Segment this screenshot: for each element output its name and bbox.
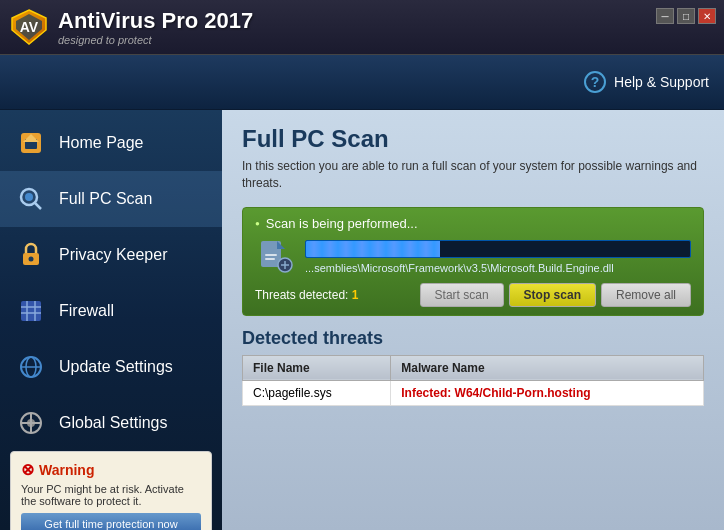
content-title: Full PC Scan (242, 125, 704, 153)
threats-table: File Name Malware Name C:\pagefile.sys I… (242, 355, 704, 406)
threats-detected-text: Threats detected: 1 (255, 288, 358, 302)
scan-status-box: ● Scan is being performed... (242, 207, 704, 316)
minimize-button[interactable]: ─ (656, 8, 674, 24)
protection-button[interactable]: Get full time protection now (21, 513, 201, 530)
col-filename: File Name (243, 355, 391, 380)
maximize-button[interactable]: □ (677, 8, 695, 24)
svg-rect-26 (265, 258, 275, 260)
warning-error-icon: ⊗ (21, 460, 34, 479)
col-malware: Malware Name (391, 355, 704, 380)
home-icon (15, 127, 47, 159)
svg-text:AV: AV (20, 19, 39, 35)
warning-title: ⊗ Warning (21, 460, 201, 479)
window-controls: ─ □ ✕ (656, 8, 716, 24)
app-logo: AV (10, 8, 48, 46)
topbar: ? Help & Support (0, 55, 724, 110)
svg-line-7 (35, 203, 41, 209)
main-layout: Home Page Full PC Scan Privacy Keepe (0, 110, 724, 530)
warning-text: Your PC might be at risk. Activate the s… (21, 483, 201, 507)
sidebar-home-label: Home Page (59, 134, 144, 152)
sidebar-item-global[interactable]: Global Settings (0, 395, 222, 451)
threat-malware: Infected: W64/Child-Porn.hosting (391, 380, 704, 405)
help-support-button[interactable]: ? Help & Support (584, 71, 709, 93)
scan-file-icon (255, 237, 295, 277)
sidebar-item-privacy[interactable]: Privacy Keeper (0, 227, 222, 283)
progress-bar-fill (306, 241, 440, 257)
global-icon (15, 407, 47, 439)
sidebar-item-firewall[interactable]: Firewall (0, 283, 222, 339)
warning-box: ⊗ Warning Your PC might be at risk. Acti… (10, 451, 212, 530)
firewall-icon (15, 295, 47, 327)
sidebar-fullscan-label: Full PC Scan (59, 190, 152, 208)
scan-details: ...semblies\Microsoft\Framework\v3.5\Mic… (305, 240, 691, 274)
sidebar: Home Page Full PC Scan Privacy Keepe (0, 110, 222, 530)
svg-rect-25 (265, 254, 277, 256)
threat-filename: C:\pagefile.sys (243, 380, 391, 405)
sidebar-firewall-label: Firewall (59, 302, 114, 320)
fullscan-icon (15, 183, 47, 215)
sidebar-item-home[interactable]: Home Page (0, 115, 222, 171)
titlebar: AV AntiVirus Pro 2017 designed to protec… (0, 0, 724, 55)
progress-bar (305, 240, 691, 258)
content-area: Full PC Scan In this section you are abl… (222, 110, 724, 530)
help-icon: ? (584, 71, 606, 93)
close-button[interactable]: ✕ (698, 8, 716, 24)
sidebar-update-label: Update Settings (59, 358, 173, 376)
table-header-row: File Name Malware Name (243, 355, 704, 380)
sidebar-item-update[interactable]: Update Settings (0, 339, 222, 395)
scan-inner: ...semblies\Microsoft\Framework\v3.5\Mic… (255, 237, 691, 277)
svg-rect-11 (21, 301, 41, 321)
sidebar-item-fullscan[interactable]: Full PC Scan (0, 171, 222, 227)
start-scan-button[interactable]: Start scan (420, 283, 504, 307)
threats-section-title: Detected threats (242, 328, 704, 349)
remove-all-button[interactable]: Remove all (601, 283, 691, 307)
svg-point-10 (29, 257, 34, 262)
help-support-label: Help & Support (614, 74, 709, 90)
sidebar-global-label: Global Settings (59, 414, 168, 432)
sidebar-privacy-label: Privacy Keeper (59, 246, 168, 264)
content-description: In this section you are able to run a fu… (242, 158, 704, 192)
app-title: AntiVirus Pro 2017 (58, 8, 253, 34)
stop-scan-button[interactable]: Stop scan (509, 283, 596, 307)
update-icon (15, 351, 47, 383)
scan-status-text: ● Scan is being performed... (255, 216, 691, 231)
app-subtitle: designed to protect (58, 34, 253, 46)
privacy-icon (15, 239, 47, 271)
table-row: C:\pagefile.sys Infected: W64/Child-Porn… (243, 380, 704, 405)
scan-bullet: ● (255, 219, 260, 228)
svg-point-8 (25, 193, 33, 201)
threats-count: 1 (352, 288, 359, 302)
titlebar-text: AntiVirus Pro 2017 designed to protect (58, 8, 253, 46)
scan-bottom: Threats detected: 1 Start scan Stop scan… (255, 283, 691, 307)
scan-file-path: ...semblies\Microsoft\Framework\v3.5\Mic… (305, 262, 691, 274)
scan-buttons: Start scan Stop scan Remove all (420, 283, 691, 307)
